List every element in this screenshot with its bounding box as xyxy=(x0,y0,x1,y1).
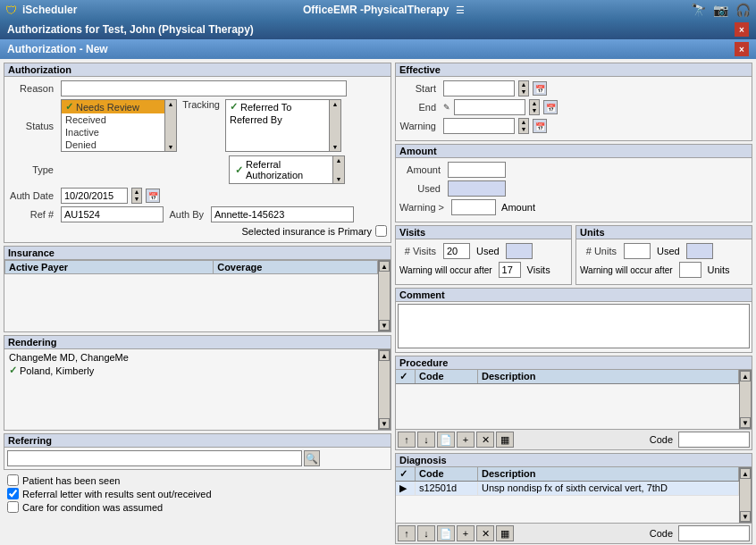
care-condition-checkbox[interactable] xyxy=(7,501,19,513)
num-visits-input[interactable] xyxy=(443,243,470,259)
diag-code-label: Code xyxy=(650,528,673,539)
patient-seen-checkbox[interactable] xyxy=(7,474,19,486)
proc-scroll-up[interactable]: ▲ xyxy=(740,371,751,382)
proc-add-button[interactable]: + xyxy=(457,432,475,448)
units-used-input[interactable] xyxy=(686,243,713,259)
insurance-scroll-down[interactable]: ▼ xyxy=(379,320,390,331)
tracking-label: Tracking xyxy=(179,99,223,152)
diag-code-input[interactable] xyxy=(678,525,750,541)
visits-warning-label: Warning will occur after xyxy=(399,265,492,275)
auth-date-input[interactable]: 10/20/2015 xyxy=(61,188,128,204)
start-up[interactable]: ▲ xyxy=(519,81,528,88)
start-spinner[interactable]: ▲ ▼ xyxy=(518,80,529,96)
headset-icon[interactable]: 🎧 xyxy=(735,3,751,17)
window-close-button[interactable]: × xyxy=(735,22,749,37)
visits-used-input[interactable] xyxy=(506,243,533,259)
insurance-scroll-up[interactable]: ▲ xyxy=(379,261,390,272)
ref-input[interactable] xyxy=(61,206,164,222)
proc-new-button[interactable]: 📄 xyxy=(437,432,455,448)
proc-move-down-button[interactable]: ↓ xyxy=(417,432,435,448)
auth-date-calendar[interactable]: 📅 xyxy=(146,189,160,203)
patient-seen-row: Patient has been seen xyxy=(7,474,388,486)
diag-col-desc: Description xyxy=(478,467,739,481)
start-down[interactable]: ▼ xyxy=(519,88,528,96)
warning-down[interactable]: ▼ xyxy=(519,126,528,133)
start-date-input[interactable] xyxy=(443,80,515,96)
comment-textarea[interactable] xyxy=(398,304,750,348)
tracking-referred-to[interactable]: ✓ Referred To xyxy=(226,100,340,113)
auth-by-label: Auth By xyxy=(167,209,207,220)
proc-scroll-down[interactable]: ▼ xyxy=(740,417,751,428)
status-scroll-up[interactable]: ▲ xyxy=(168,101,174,107)
diag-scroll-down[interactable]: ▼ xyxy=(740,511,751,522)
auth-by-input[interactable] xyxy=(211,206,354,222)
warning-up[interactable]: ▲ xyxy=(519,119,528,126)
tracking-scroll-down[interactable]: ▼ xyxy=(332,144,339,150)
rendering-scroll-up[interactable]: ▲ xyxy=(379,350,390,361)
status-option-denied[interactable]: Denied xyxy=(62,138,176,151)
camera-icon[interactable]: 📷 xyxy=(713,3,728,17)
warning-spinner[interactable]: ▲ ▼ xyxy=(518,118,529,134)
proc-delete-button[interactable]: ✕ xyxy=(476,432,494,448)
end-calendar[interactable]: 📅 xyxy=(543,100,558,114)
amount-warning-input[interactable] xyxy=(451,199,496,215)
proc-col-check: ✓ xyxy=(396,370,416,383)
warning-date-input[interactable] xyxy=(443,118,515,134)
type-referral-auth[interactable]: ✓ ReferralAuthorization xyxy=(231,158,342,181)
reason-input[interactable] xyxy=(61,80,347,96)
auth-date-down[interactable]: ▼ xyxy=(132,196,141,203)
rendering-option-2[interactable]: ✓ Poland, Kimberly xyxy=(6,364,376,377)
referring-input[interactable] xyxy=(7,450,302,466)
proc-grid-button[interactable]: ▦ xyxy=(496,432,514,448)
end-down[interactable]: ▼ xyxy=(530,107,539,114)
end-spinner[interactable]: ▲ ▼ xyxy=(529,99,540,115)
tracking-scroll-up[interactable]: ▲ xyxy=(332,101,339,107)
rendering-scroll-down[interactable]: ▼ xyxy=(379,418,390,429)
visits-warning-row: Warning will occur after Visits xyxy=(399,262,567,278)
start-calendar[interactable]: 📅 xyxy=(533,81,547,96)
dialog-close-button[interactable]: × xyxy=(735,42,749,56)
auth-date-up[interactable]: ▲ xyxy=(132,189,141,196)
status-option-received[interactable]: Received xyxy=(62,113,176,126)
type-scroll-down[interactable]: ▼ xyxy=(336,176,342,182)
diag-scroll-up[interactable]: ▲ xyxy=(740,468,751,479)
type-dropdown[interactable]: ✓ ReferralAuthorization ▲ ▼ xyxy=(229,155,345,184)
procedure-scrollbar[interactable]: ▲ ▼ xyxy=(739,370,752,429)
num-units-input[interactable] xyxy=(624,243,651,259)
referring-search-button[interactable]: 🔍 xyxy=(304,450,320,466)
diag-move-down-button[interactable]: ↓ xyxy=(417,525,435,541)
diag-new-button[interactable]: 📄 xyxy=(437,525,455,541)
insurance-scrollbar[interactable]: ▲ ▼ xyxy=(378,260,391,331)
diag-col-code: Code xyxy=(416,467,478,481)
diag-grid-button[interactable]: ▦ xyxy=(496,525,514,541)
diag-delete-button[interactable]: ✕ xyxy=(476,525,494,541)
visits-warning-input[interactable] xyxy=(499,262,521,278)
selected-insurance-checkbox[interactable] xyxy=(375,225,387,237)
diag-row-0[interactable]: ▶ s12501d Unsp nondisp fx of sixth cervi… xyxy=(396,482,739,496)
rendering-scrollbar[interactable]: ▲ ▼ xyxy=(378,349,391,430)
binoculars-icon[interactable]: 🔭 xyxy=(691,3,706,17)
status-scroll-down[interactable]: ▼ xyxy=(168,144,174,150)
amount-used-input[interactable] xyxy=(448,180,506,197)
diagnosis-scrollbar[interactable]: ▲ ▼ xyxy=(739,467,752,523)
insurance-section-header: Insurance xyxy=(4,247,391,260)
auth-date-spinner[interactable]: ▲ ▼ xyxy=(131,188,142,204)
status-dropdown[interactable]: ✓ Needs Review Received Inactive Denied … xyxy=(61,99,177,152)
status-option-inactive[interactable]: Inactive xyxy=(62,126,176,138)
end-up[interactable]: ▲ xyxy=(530,100,539,107)
warning-calendar[interactable]: 📅 xyxy=(533,119,547,133)
care-condition-label: Care for condition was assumed xyxy=(22,502,163,513)
referral-letter-checkbox[interactable] xyxy=(7,488,19,499)
end-date-input[interactable] xyxy=(454,99,525,115)
diag-move-up-button[interactable]: ↑ xyxy=(398,525,416,541)
hamburger-icon[interactable]: ☰ xyxy=(456,4,465,16)
diag-add-button[interactable]: + xyxy=(457,525,475,541)
proc-code-input[interactable] xyxy=(678,432,750,448)
rendering-option-1[interactable]: ChangeMe MD, ChangeMe xyxy=(6,351,376,364)
units-warning-input[interactable] xyxy=(679,262,701,278)
proc-move-up-button[interactable]: ↑ xyxy=(398,432,416,448)
amount-input[interactable] xyxy=(448,162,506,178)
type-scroll-up[interactable]: ▲ xyxy=(336,157,342,164)
procedure-header: Procedure xyxy=(396,356,752,370)
tracking-referred-by[interactable]: Referred By xyxy=(226,113,340,126)
